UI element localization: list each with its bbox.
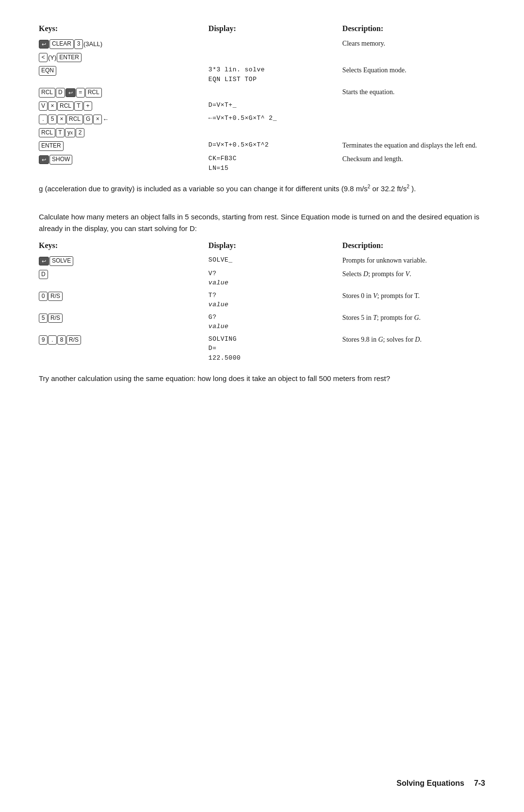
key-group: RCL T yx 2 — [39, 128, 84, 138]
desc-cell: Starts the equation. — [343, 85, 485, 99]
clear-key: CLEAR — [49, 39, 74, 49]
display-text: 3*3 lin. solve — [209, 65, 340, 75]
x-key2: × — [57, 115, 66, 124]
keys-cell: RCL D ↩ = RCL — [39, 85, 209, 99]
display-cell: D=V×T+0.5×G×T^2 — [209, 139, 343, 152]
keys-cell: ↩ SHOW — [39, 152, 209, 174]
display-cell — [209, 50, 343, 64]
show-key: SHOW — [49, 155, 72, 165]
display-value: value — [209, 278, 340, 288]
italic-d2: D — [415, 336, 420, 343]
dot-key2: . — [48, 335, 57, 345]
paragraph3: Try another calculation using the same e… — [39, 373, 485, 384]
eqn-key: EQN — [39, 66, 56, 76]
key-group: ↩ SHOW — [39, 155, 72, 165]
display-text: D=V×T+0.5×G×T^2 — [209, 140, 340, 150]
display-cell — [209, 85, 343, 99]
desc-cell — [343, 112, 485, 126]
left-arrow-icon: ← — [102, 115, 109, 124]
display-text2: D= — [209, 344, 340, 353]
9-key: 9 — [39, 335, 48, 345]
keys-cell: . 5 × RCL G × ← — [39, 112, 209, 126]
table-row: ENTER D=V×T+0.5×G×T^2 Terminates the equ… — [39, 139, 485, 152]
table2-col3-header: Description: — [343, 241, 485, 254]
t-key: T — [74, 101, 83, 111]
paragraph2: Calculate how many meters an object fall… — [39, 211, 485, 234]
desc-cell: Selects Equation mode. — [343, 64, 485, 85]
desc-cell: Clears memory. — [343, 37, 485, 50]
display-cell — [209, 37, 343, 50]
key-group: 0 R/S — [39, 292, 63, 301]
table2-col1-header: Keys: — [39, 241, 209, 254]
table1-col3-header: Description: — [343, 24, 485, 37]
enter-key: ENTER — [57, 53, 82, 63]
rs-key: R/S — [48, 292, 63, 301]
para1b-text: or 32.2 ft/s — [370, 184, 407, 193]
rs-key2: R/S — [48, 314, 63, 323]
shift-key2: ↩ — [66, 88, 76, 97]
display-cell: CK=FB3C LN=15 — [209, 152, 343, 174]
v-key: V — [39, 101, 48, 111]
section-gap — [39, 201, 485, 211]
3-key: 3 — [74, 39, 83, 49]
eq-key: = — [76, 88, 85, 98]
d-key: D — [56, 88, 65, 98]
keys-cell: ↩ CLEAR 3 (3ALL) — [39, 37, 209, 50]
table-row: V × RCL T + D=V×T+_ — [39, 99, 485, 113]
5-key2: 5 — [39, 314, 48, 323]
key-group: ↩ CLEAR 3 (3ALL) — [39, 39, 102, 49]
display-value: value — [209, 300, 340, 310]
desc-cell — [343, 126, 485, 139]
display-text: CK=FB3C — [209, 154, 340, 164]
para1c-text: ). — [409, 184, 416, 193]
rcl-key4: RCL — [66, 115, 83, 124]
keys-cell: 9 . 8 R/S — [39, 333, 209, 365]
display-cell: D=V×T+_ — [209, 99, 343, 113]
dot-key: . — [39, 115, 48, 124]
italic-t: T — [373, 314, 377, 321]
table-row: RCL T yx 2 — [39, 126, 485, 139]
table-row: . 5 × RCL G × ← ←=V×T+0.5×G×T^ 2_ — [39, 112, 485, 126]
table-row: ↩ CLEAR 3 (3ALL) Clears memory. — [39, 37, 485, 50]
display-text: SOLVE_ — [209, 255, 340, 265]
lt-key: < — [39, 53, 48, 63]
shift-key: ↩ — [39, 40, 49, 49]
table1-col1-header: Keys: — [39, 24, 209, 37]
display-cell: G? value — [209, 311, 343, 333]
key-group: V × RCL T + — [39, 101, 92, 111]
keys-cell: RCL T yx 2 — [39, 126, 209, 139]
display-text: V? — [209, 269, 340, 279]
display-cell — [209, 126, 343, 139]
desc-cell: Stores 5 in T; prompts for G. — [343, 311, 485, 333]
table-row: D V? value Selects D; prompts for V. — [39, 267, 485, 289]
rcl-key5: RCL — [39, 128, 55, 138]
label-3all: (3ALL) — [83, 39, 102, 49]
keys-cell: 0 R/S — [39, 289, 209, 311]
display-text: ←=V×T+0.5×G×T^ 2_ — [209, 114, 340, 123]
display-cell: T? value — [209, 289, 343, 311]
italic-d: D — [363, 270, 368, 278]
rcl-key3: RCL — [57, 101, 74, 111]
desc-cell: Prompts for unknown variable. — [343, 254, 485, 267]
display-text2: LN=15 — [209, 164, 340, 173]
italic-g: G — [414, 314, 419, 321]
display-text: G? — [209, 313, 340, 322]
display-cell: ←=V×T+0.5×G×T^ 2_ — [209, 112, 343, 126]
key-group: < (Y) ENTER — [39, 53, 82, 63]
table-row: 5 R/S G? value Stores 5 in T; prompts fo… — [39, 311, 485, 333]
table1: Keys: Display: Description: ↩ CLEAR 3 (3… — [39, 24, 485, 174]
g-key: G — [83, 115, 93, 124]
keys-cell: EQN — [39, 64, 209, 85]
display-text: T? — [209, 291, 340, 300]
display-cell: 3*3 lin. solve EQN LIST TOP — [209, 64, 343, 85]
rs-key3: R/S — [66, 335, 81, 345]
table-row: ↩ SOLVE SOLVE_ Prompts for unknown varia… — [39, 254, 485, 267]
footer-section-label: Solving Equations — [396, 779, 464, 788]
yx-key: yx — [65, 128, 75, 138]
solve-key: SOLVE — [49, 256, 73, 266]
keys-cell: D — [39, 267, 209, 289]
key-group: RCL D ↩ = RCL — [39, 88, 102, 98]
para1-text: g (acceleration due to gravity) is inclu… — [39, 184, 368, 193]
display-value: value — [209, 322, 340, 331]
display-text3: 122.5000 — [209, 353, 340, 363]
